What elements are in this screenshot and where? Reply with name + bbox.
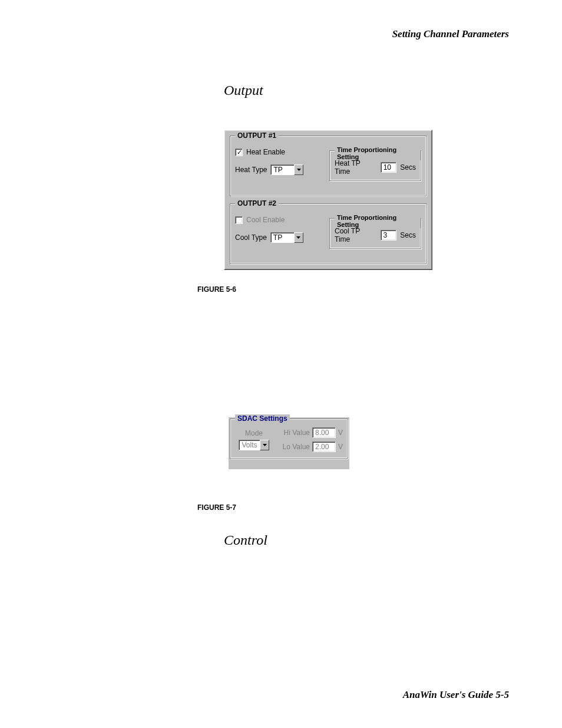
output-dialog: OUTPUT #1 ✓ Heat Enable Heat Type xyxy=(224,130,432,270)
cool-type-select[interactable]: TP xyxy=(270,232,303,243)
heat-type-value: TP xyxy=(270,164,294,175)
sdac-mode-label: Mode xyxy=(235,429,273,437)
svg-marker-0 xyxy=(297,169,301,171)
output1-tp-group: Time Proportioning Setting Heat TP Time … xyxy=(329,150,421,181)
heat-tp-time-label: Heat TP Time xyxy=(335,159,377,176)
chevron-down-icon[interactable] xyxy=(294,232,303,243)
sdac-lo-label: Lo Value xyxy=(283,443,310,451)
svg-marker-2 xyxy=(263,444,267,446)
heat-type-select[interactable]: TP xyxy=(270,164,303,175)
sdac-lo-unit: V xyxy=(338,443,343,451)
sdac-hi-unit: V xyxy=(338,429,343,437)
output2-title: OUTPUT #2 xyxy=(235,199,279,207)
section-title-output: Output xyxy=(224,83,263,98)
cool-enable-label: Cool Enable xyxy=(246,216,285,224)
figure-label-5-6: FIGURE 5-6 xyxy=(197,285,236,294)
page-footer: AnaWin User's Guide 5-5 xyxy=(403,689,509,701)
cool-type-value: TP xyxy=(270,232,294,243)
sdac-hi-label: Hi Value xyxy=(284,429,310,437)
sdac-group: SDAC Settings Mode Volts xyxy=(230,419,348,459)
heat-tp-time-input[interactable]: 10 xyxy=(381,162,397,173)
heat-enable-label: Heat Enable xyxy=(246,148,285,156)
cool-tp-time-unit: Secs xyxy=(400,231,416,239)
chevron-down-icon[interactable] xyxy=(294,164,303,175)
chevron-down-icon[interactable] xyxy=(260,440,269,450)
heat-enable-checkbox[interactable]: ✓ Heat Enable xyxy=(235,148,285,156)
heat-type-label: Heat Type xyxy=(235,166,267,174)
heat-tp-time-unit: Secs xyxy=(400,163,416,172)
output1-tp-title: Time Proportioning Setting xyxy=(335,146,421,160)
cool-tp-time-input[interactable]: 3 xyxy=(381,230,397,241)
output2-tp-group: Time Proportioning Setting Cool TP Time … xyxy=(329,218,421,249)
figure-label-5-7: FIGURE 5-7 xyxy=(197,503,236,512)
sdac-lo-input[interactable]: 2.00 xyxy=(312,442,336,452)
output2-tp-title: Time Proportioning Setting xyxy=(335,214,421,228)
page: Setting Channel Parameters Output OUTPUT… xyxy=(0,0,562,728)
sdac-hi-input[interactable]: 8.00 xyxy=(312,427,336,438)
section-title-control: Control xyxy=(224,532,267,548)
sdac-mode-select[interactable]: Volts xyxy=(239,440,269,450)
output1-group: OUTPUT #1 ✓ Heat Enable Heat Type xyxy=(230,136,427,196)
cool-tp-time-label: Cool TP Time xyxy=(335,227,377,243)
sdac-settings-dialog: SDAC Settings Mode Volts xyxy=(229,417,349,469)
sdac-title: SDAC Settings xyxy=(235,414,290,423)
output2-group: OUTPUT #2 ✓ Cool Enable Cool Type xyxy=(230,203,427,264)
cool-type-label: Cool Type xyxy=(235,233,267,242)
cool-enable-checkbox[interactable]: ✓ Cool Enable xyxy=(235,216,285,224)
sdac-mode-value: Volts xyxy=(239,440,260,450)
output1-title: OUTPUT #1 xyxy=(235,131,279,140)
svg-marker-1 xyxy=(296,236,300,239)
page-header: Setting Channel Parameters xyxy=(392,28,509,40)
